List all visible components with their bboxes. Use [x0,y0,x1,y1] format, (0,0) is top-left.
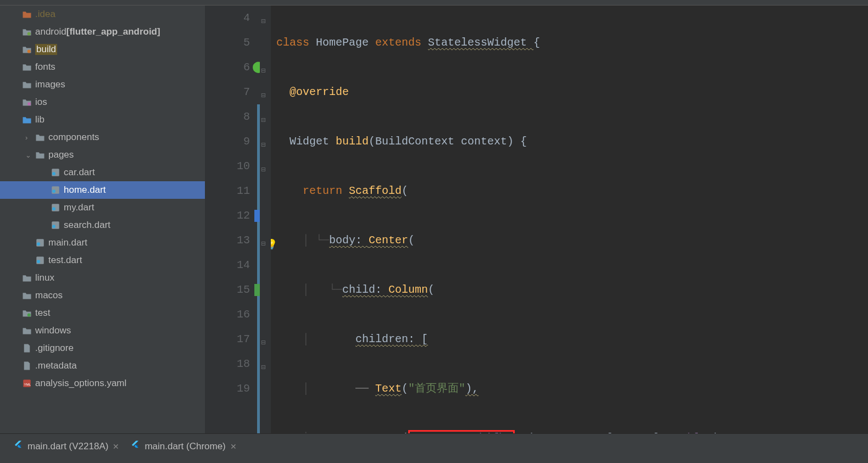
line-number: 14 [205,253,250,277]
dart-icon [51,220,60,230]
svg-point-15 [27,313,31,316]
folder-test-icon [22,309,32,317]
tree-folder[interactable]: ⌄pages [0,146,205,164]
svg-point-4 [52,172,55,175]
line-number: 8 [205,104,250,129]
dart-icon [51,203,60,213]
tree-file[interactable]: car.dart [0,164,205,181]
line-number: 11 [205,178,250,203]
code-editor[interactable]: 4 5 6⬤↑ 7 8 9 10 11 12 13💡 14 15 16 17 1… [205,5,868,433]
folder-icon [22,274,32,282]
svg-rect-2 [28,102,31,105]
tree-file[interactable]: test.dart [0,252,205,269]
project-tree[interactable]: .ideaandroid [flutter_app_android]buildf… [0,5,205,433]
folder-icon [22,81,32,89]
tree-folder[interactable]: linux [0,269,205,287]
tree-file[interactable]: search.dart [0,216,205,234]
folder-icon [22,292,32,300]
svg-point-8 [52,207,55,210]
tree-folder[interactable]: images [0,76,205,93]
folder-special-icon [22,10,32,19]
close-icon[interactable]: ✕ [230,442,237,451]
dart-icon [35,238,45,248]
folder-android-icon [22,28,32,36]
tree-folder[interactable]: .idea [0,5,205,23]
svg-point-6 [52,189,55,193]
line-number: 5 [205,30,250,55]
folder-build-icon [22,46,32,54]
dart-icon [35,255,45,265]
dart-icon [51,168,60,177]
run-tab-label: main.dart (Chrome) [144,441,225,452]
folder-blue-icon [22,116,32,124]
line-number: 6⬤↑ [205,55,250,80]
tree-folder[interactable]: lib [0,111,205,129]
svg-text:YML: YML [24,383,31,386]
svg-point-10 [52,225,55,228]
svg-point-1 [27,49,31,53]
folder-icon [35,133,45,142]
tree-file[interactable]: main.dart [0,234,205,252]
tree-folder[interactable]: windows [0,322,205,339]
chevron-down-icon[interactable]: ⌄ [25,151,35,159]
file-icon [22,343,32,353]
tree-folder[interactable]: ios [0,93,205,111]
file-icon [22,361,32,371]
folder-icon [35,151,45,159]
line-number: 17 [205,327,250,352]
run-tab-chrome[interactable]: main.dart (Chrome) ✕ [125,440,242,453]
chevron-right-icon[interactable]: › [25,133,35,142]
folder-icon [22,327,32,335]
tree-folder[interactable]: android [flutter_app_android] [0,23,205,41]
svg-point-12 [37,242,40,246]
tree-folder[interactable]: YMLanalysis_options.yaml [0,375,205,392]
code-text[interactable]: class HomePage extends StatelessWidget {… [271,5,868,433]
tree-folder[interactable]: ›components [0,129,205,146]
editor-file-tabs[interactable] [0,0,868,5]
svg-point-0 [27,32,31,35]
flutter-icon [13,440,23,453]
line-number: 16 [205,302,250,327]
tree-file[interactable]: home.dart [0,181,205,199]
tree-folder[interactable]: build [0,41,205,58]
yaml-icon: YML [22,378,32,388]
tree-folder[interactable]: .metadata [0,357,205,375]
status-bar [0,459,868,463]
line-number: 19 [205,376,250,401]
line-number: 12 [205,203,250,228]
tree-folder[interactable]: macos [0,287,205,304]
line-number: 4 [205,5,250,30]
line-number: 15 [205,277,250,302]
line-number: 7 [205,80,250,104]
line-number: 9 [205,129,250,154]
tree-folder[interactable]: fonts [0,58,205,76]
tree-folder[interactable]: .gitignore [0,339,205,357]
close-icon[interactable]: ✕ [113,442,119,451]
line-number: 13💡 [205,228,250,253]
folder-icon [22,63,32,71]
folder-ios-icon [22,98,32,107]
svg-point-14 [37,260,40,263]
tree-folder[interactable]: test [0,304,205,322]
gutter: 4 5 6⬤↑ 7 8 9 10 11 12 13💡 14 15 16 17 1… [205,5,260,433]
fold-column[interactable]: ⊟ ⊟ ⊟ ⊟ ⊟ ⊟ ⊟ ⊟ ⊟ [260,5,271,433]
run-tab-label: main.dart (V2218A) [27,441,108,452]
flutter-icon [130,440,140,453]
line-number: 18 [205,352,250,376]
tree-file[interactable]: my.dart [0,199,205,216]
line-number: 10 [205,154,250,178]
dart-icon [51,185,60,195]
run-tabs[interactable]: main.dart (V2218A) ✕ main.dart (Chrome) … [0,433,868,459]
run-tab-device[interactable]: main.dart (V2218A) ✕ [8,440,125,453]
